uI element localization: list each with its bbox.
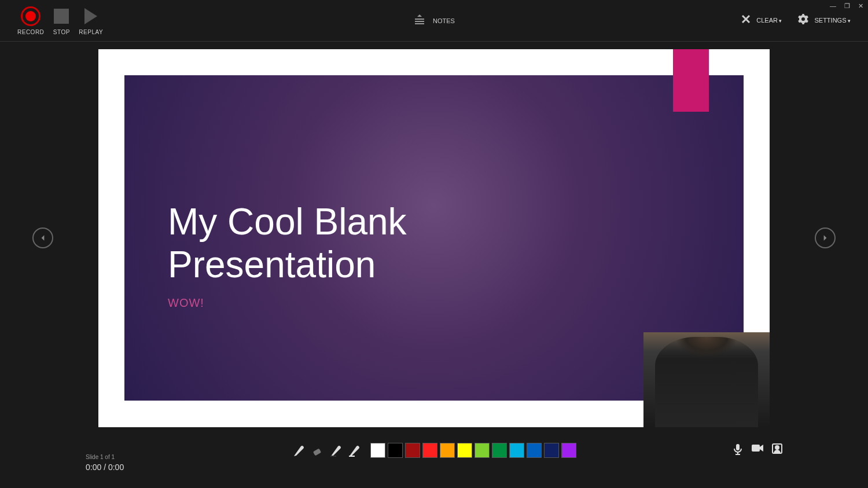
clear-button[interactable]: CLEAR	[741, 14, 782, 26]
color-swatch-11[interactable]	[561, 443, 576, 458]
settings-icon	[798, 14, 808, 27]
record-button[interactable]: RECORD	[17, 6, 44, 35]
annotation-toolbar	[292, 443, 576, 458]
clear-label: CLEAR	[756, 17, 782, 24]
svg-rect-5	[313, 449, 321, 456]
record-label: RECORD	[17, 29, 44, 35]
svg-rect-8	[736, 444, 740, 450]
color-swatch-1[interactable]	[388, 443, 403, 458]
highlighter-dark-tool[interactable]	[329, 443, 344, 458]
settings-button[interactable]: SETTINGS	[798, 14, 851, 27]
highlighter-light-tool[interactable]	[347, 443, 362, 458]
color-swatch-0[interactable]	[370, 443, 385, 458]
settings-label: SETTINGS	[814, 17, 851, 24]
color-swatch-2[interactable]	[405, 443, 420, 458]
notes-toggle[interactable]: NOTES	[413, 13, 455, 28]
previous-slide-button[interactable]	[32, 228, 53, 248]
svg-point-13	[775, 446, 779, 449]
color-swatch-9[interactable]	[527, 443, 542, 458]
pen-tool[interactable]	[292, 443, 307, 458]
right-toolbar: CLEAR SETTINGS	[741, 14, 851, 27]
color-swatch-6[interactable]	[475, 443, 490, 458]
stop-label: STOP	[53, 29, 70, 35]
play-icon	[84, 8, 97, 24]
slide-canvas[interactable]: My Cool Blank Presentation WOW!	[98, 49, 770, 427]
notes-label: NOTES	[433, 17, 455, 24]
replay-button[interactable]: REPLAY	[79, 6, 103, 35]
slide-counter: Slide 1 of 1	[86, 454, 115, 460]
minimize-button[interactable]: —	[830, 2, 836, 10]
slide-title: My Cool Blank Presentation	[168, 201, 700, 286]
color-swatch-4[interactable]	[440, 443, 455, 458]
color-swatch-10[interactable]	[544, 443, 559, 458]
notes-icon	[413, 13, 426, 28]
clear-icon	[741, 14, 751, 26]
next-slide-button[interactable]	[815, 228, 836, 248]
slide-subtitle: WOW!	[168, 296, 700, 310]
top-toolbar: — ❐ ✕ RECORD STOP REPLAY NOTES	[0, 0, 868, 42]
maximize-button[interactable]: ❐	[844, 2, 850, 10]
window-controls: — ❐ ✕	[830, 2, 863, 10]
microphone-toggle[interactable]	[733, 443, 743, 458]
color-swatch-3[interactable]	[422, 443, 437, 458]
color-swatch-8[interactable]	[509, 443, 524, 458]
webcam-person-silhouette	[655, 337, 758, 427]
stop-button[interactable]: STOP	[51, 6, 72, 35]
color-swatch-5[interactable]	[457, 443, 472, 458]
record-icon	[21, 6, 41, 26]
close-button[interactable]: ✕	[858, 2, 863, 10]
webcam-preview[interactable]	[643, 332, 770, 427]
stop-icon	[54, 9, 69, 24]
recording-controls: RECORD STOP REPLAY	[0, 6, 103, 35]
svg-rect-7	[349, 456, 355, 457]
color-swatch-7[interactable]	[492, 443, 507, 458]
slide-area: My Cool Blank Presentation WOW!	[0, 42, 868, 434]
svg-rect-11	[752, 445, 760, 452]
presenter-toggle[interactable]	[772, 443, 782, 458]
replay-label: REPLAY	[79, 29, 103, 35]
eraser-tool[interactable]	[310, 443, 325, 458]
time-counter: 0:00 / 0:00	[86, 463, 124, 472]
camera-toggle[interactable]	[751, 443, 764, 458]
slide-accent-tab	[673, 49, 709, 112]
media-toggle-buttons	[733, 443, 782, 458]
svg-rect-6	[330, 456, 336, 457]
